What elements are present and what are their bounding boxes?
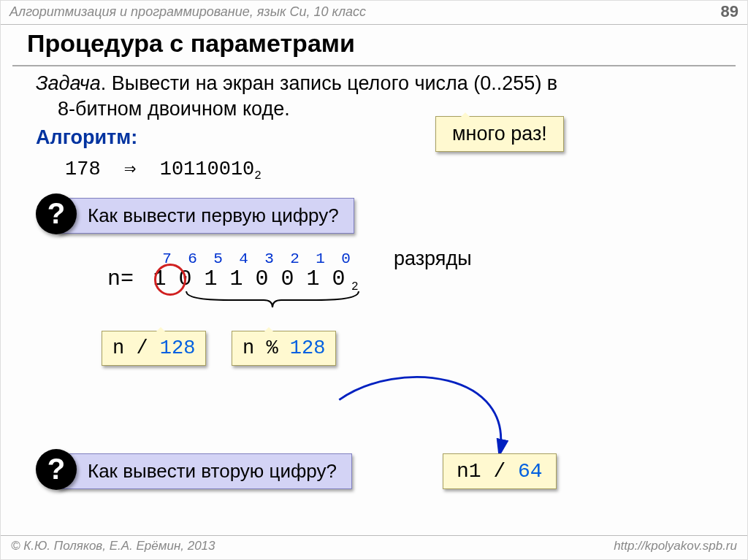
code-number: 128 <box>290 337 326 359</box>
brace-icon <box>185 290 360 309</box>
slide-title: Процедура с параметрами <box>1 25 747 65</box>
task-label: Задача <box>36 72 101 94</box>
conversion-bin: 10110010 <box>160 158 255 180</box>
bit-diagram: 76543210 разряды n= 101100102 n / 128 n … <box>87 250 718 396</box>
task-text: Задача. Вывести на экран запись целого ч… <box>36 71 718 122</box>
bit-idx: 0 <box>333 250 359 267</box>
code-text: n % <box>243 337 290 359</box>
code-box-mod: n % 128 <box>232 331 336 366</box>
bit: 1 <box>300 266 326 291</box>
bits-label: разряды <box>394 248 472 270</box>
question-mark-icon: ? <box>36 449 77 490</box>
course-title: Алгоритмизация и программирование, язык … <box>9 4 366 20</box>
bit-idx: 3 <box>256 250 282 267</box>
highlight-circle-icon <box>154 264 186 296</box>
question-1-text: Как вывести первую цифру? <box>58 198 354 234</box>
question-2-text: Как вывести вторую цифру? <box>58 453 352 489</box>
bit-idx: 1 <box>308 250 333 267</box>
bit: 0 <box>275 266 300 291</box>
code-text: n / <box>112 337 160 359</box>
n-prefix: n= <box>107 266 134 291</box>
callout-many-times: много раз! <box>435 116 564 152</box>
bit-indices: 76543210 <box>154 250 359 267</box>
conversion-src: 178 <box>65 158 101 180</box>
question-2: ? Как вывести вторую цифру? <box>36 452 401 490</box>
slide: Алгоритмизация и программирование, язык … <box>0 0 748 560</box>
bit: 0 <box>249 266 275 291</box>
answer-box: n1 / 64 <box>443 453 557 489</box>
code-text: n1 / <box>457 460 518 483</box>
code-number: 128 <box>160 337 196 359</box>
footer: © К.Ю. Поляков, Е.А. Ерёмин, 2013 http:/… <box>1 535 747 559</box>
task-line1: . Вывести на экран запись целого числа (… <box>101 72 558 94</box>
question-1: ? Как вывести первую цифру? <box>36 196 718 234</box>
page-number: 89 <box>721 2 739 21</box>
arrow-icon: ⇒ <box>124 158 136 180</box>
footer-copyright: © К.Ю. Поляков, Е.А. Ерёмин, 2013 <box>11 539 215 553</box>
bit-idx: 2 <box>282 250 308 267</box>
bit-idx: 6 <box>180 250 205 267</box>
topbar: Алгоритмизация и программирование, язык … <box>1 1 747 21</box>
footer-url: http://kpolyakov.spb.ru <box>614 539 737 553</box>
question-mark-icon: ? <box>36 193 77 234</box>
bit: 1 <box>198 266 224 291</box>
task-line2: 8-битном двоичном коде. <box>58 98 290 120</box>
bit: 1 <box>224 266 249 291</box>
bit-idx: 4 <box>231 250 256 267</box>
bit-idx: 5 <box>205 250 231 267</box>
algorithm-label: Алгоритм: <box>36 126 718 149</box>
bit: 0 <box>326 266 351 291</box>
code-number: 64 <box>518 460 543 483</box>
conversion-sub: 2 <box>254 170 262 183</box>
code-box-div: n / 128 <box>102 331 206 366</box>
conversion-line: 178 ⇒ 101100102 <box>36 149 718 191</box>
